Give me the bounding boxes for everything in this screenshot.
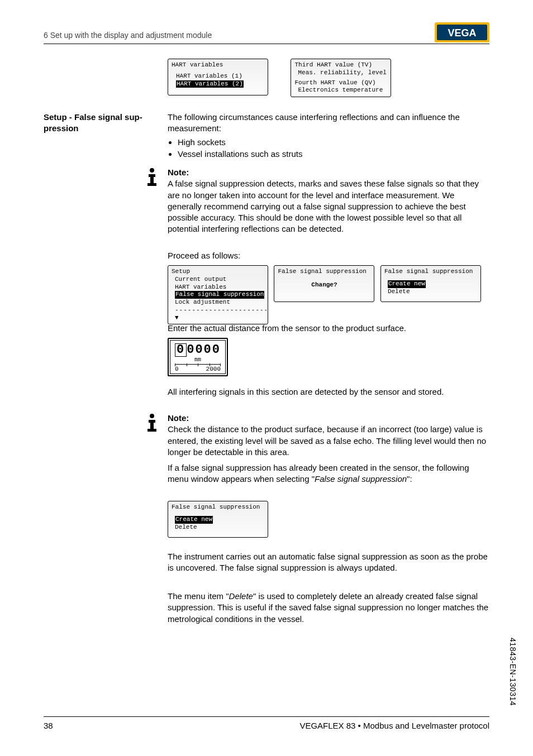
note-text: A false signal suppression detects, mark… — [168, 179, 479, 233]
bullet-item: Vessel installations such as struts — [178, 149, 489, 160]
info-icon — [145, 168, 162, 186]
proceed-line: Proceed as follows: — [168, 250, 489, 261]
lcd-title: False signal suppression — [172, 504, 264, 511]
down-arrow-icon: ▼ — [172, 314, 264, 322]
lcd-row: Create new — [384, 280, 477, 288]
lcd-create-delete-2: False signal suppression Create new Dele… — [168, 501, 268, 538]
doc-code: 41843-EN-130314 — [508, 638, 517, 706]
side-heading: Setup - False signal sup- pression — [44, 112, 155, 133]
lcd-title: False signal suppression — [384, 268, 477, 276]
lcd-highlight: False signal suppression — [175, 291, 264, 299]
svg-rect-9 — [150, 420, 154, 430]
header-rule — [44, 44, 489, 44]
lcd-row: False signal suppression — [172, 291, 264, 299]
lcd-hart-values: Third HART value (TV) Meas. reliability,… — [291, 59, 391, 97]
lcd-row: Third HART value (TV) — [294, 61, 387, 69]
lcd-row: HART variables (2) — [172, 80, 264, 88]
svg-point-3 — [150, 168, 154, 173]
lcd-row: HART variables — [172, 284, 264, 291]
lcd-highlight: Create new — [388, 280, 426, 288]
digit-rest: 0000 — [187, 343, 221, 357]
lcd-group-bottom: False signal suppression Create new Dele… — [168, 501, 272, 538]
stored-line: All interfering signals in this section … — [168, 386, 489, 398]
running-header: 6 Set up with the display and adjustment… — [44, 31, 212, 40]
lcd-group-top: HART variables HART variables (1) HART v… — [168, 59, 394, 97]
digit-cursor: 0 — [175, 343, 187, 357]
lcd-row: HART variables (1) — [172, 73, 264, 80]
lcd-row: Fourth HART value (QV) — [294, 79, 387, 87]
svg-rect-6 — [147, 183, 156, 186]
lcd-setup-menu: Setup Current output HART variables Fals… — [168, 265, 268, 324]
scale-max: 2000 — [206, 366, 221, 372]
svg-point-7 — [150, 414, 154, 418]
lcd-row: Lock adjustment — [172, 299, 264, 307]
lcd-row: Electronics temperature — [294, 87, 387, 94]
svg-text:VEGA: VEGA — [448, 27, 476, 39]
already-created-para: If a false signal suppression has alread… — [168, 462, 489, 485]
body-text: The menu item " — [168, 591, 229, 601]
footer-rule — [44, 716, 489, 717]
lcd-row: Delete — [172, 524, 264, 532]
page-root: 6 Set up with the display and adjustment… — [0, 0, 533, 756]
intro-block: The following circumstances cause interf… — [168, 112, 489, 160]
scale-min: 0 — [175, 366, 179, 372]
italic-term: False signal suppression — [315, 474, 407, 484]
italic-term: Delete — [229, 591, 253, 601]
body-text: ": — [407, 474, 412, 484]
vega-logo: VEGA — [435, 22, 489, 42]
footer-product: VEGAFLEX 83 • Modbus and Levelmaster pro… — [299, 721, 489, 730]
lcd-title: Setup — [172, 268, 264, 276]
note-label: Note: — [168, 413, 189, 423]
tail-para-2: The menu item "Delete" is used to comple… — [168, 591, 489, 625]
lcd-row: Create new — [172, 516, 264, 524]
side-heading-line2: pression — [44, 123, 79, 133]
lcd-title: False signal suppression — [278, 268, 370, 276]
svg-rect-10 — [147, 429, 156, 432]
intro-bullets: High sockets Vessel installations such a… — [168, 137, 489, 160]
lcd-create-delete: False signal suppression Create new Dele… — [380, 265, 481, 302]
digit-unit: mm — [175, 357, 221, 363]
note2-block: Note: Check the distance to the product … — [168, 413, 489, 458]
lcd-row: Current output — [172, 276, 264, 284]
side-heading-line1: Setup - False signal sup- — [44, 112, 142, 122]
lcd-group-middle: Setup Current output HART variables Fals… — [168, 265, 484, 324]
lcd-title: HART variables — [172, 61, 264, 69]
lcd-change-prompt: False signal suppression Change? — [274, 265, 374, 302]
enter-distance-line: Enter the actual distance from the senso… — [168, 323, 489, 334]
intro-text: The following circumstances cause interf… — [168, 112, 489, 135]
lcd-distance-input: 00000 mm 0 2000 — [168, 338, 228, 376]
page-number: 38 — [44, 721, 53, 730]
svg-rect-5 — [150, 174, 154, 184]
lcd-dashes: ---------------------- — [172, 307, 264, 314]
info-icon — [145, 413, 162, 432]
lcd-change-text: Change? — [278, 281, 370, 289]
lcd-highlight: HART variables (2) — [176, 80, 244, 88]
lcd-hart-variables: HART variables HART variables (1) HART v… — [168, 59, 268, 95]
bullet-item: High sockets — [178, 137, 489, 148]
note-label: Note: — [168, 168, 189, 177]
lcd-highlight: Create new — [175, 516, 213, 524]
note1-block: Note: A false signal suppression detects… — [168, 167, 489, 235]
lcd-row: Meas. reliability, level — [294, 69, 387, 77]
lcd-row: Delete — [384, 288, 477, 296]
note-text: Check the distance to the product surfac… — [168, 424, 486, 457]
tail-para-1: The instrument carries out an automatic … — [168, 551, 489, 574]
